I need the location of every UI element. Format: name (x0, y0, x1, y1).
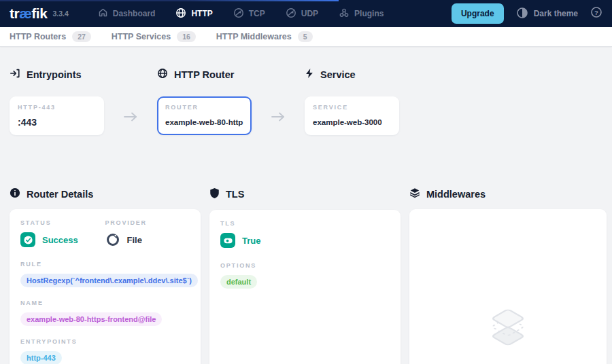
rule-label: RULE (20, 261, 190, 268)
entrypoints-header: Entrypoints (10, 68, 104, 81)
logo-text-pre: tr (10, 5, 19, 22)
dark-theme-toggle[interactable]: Dark theme (516, 7, 578, 21)
tab-label: HTTP Routers (10, 32, 66, 41)
tls-field: TLS True (220, 220, 390, 248)
name-value-pill: example-web-80-https-frontend@file (20, 312, 162, 326)
provider-value: File (127, 235, 142, 245)
tls-title: TLS (226, 189, 244, 200)
globe-icon (175, 7, 186, 20)
tls-value: True (242, 236, 260, 246)
router-card: ROUTER example-web-80-https... (157, 96, 252, 135)
info-icon (10, 187, 20, 200)
nav-item-label: UDP (301, 9, 318, 18)
http-router-title: HTTP Router (174, 69, 234, 80)
nav-item-plugins[interactable]: Plugins (328, 0, 394, 27)
svg-text:?: ? (594, 9, 598, 16)
help-button[interactable]: ? (590, 6, 602, 21)
flow-arrow-1 (104, 68, 157, 126)
router-card-value: example-web-80-https... (165, 118, 243, 126)
nav-item-label: HTTP (191, 9, 212, 18)
logo-text-ae: æ (19, 5, 31, 22)
name-field: NAME example-web-80-https-frontend@file (20, 299, 190, 326)
rule-field: RULE HostRegexp(`^frontend\.example\.dde… (20, 261, 190, 287)
udp-protocol-icon (286, 7, 296, 20)
service-title: Service (320, 69, 356, 80)
entrypoint-card-value: :443 (18, 117, 96, 128)
sign-in-icon (10, 68, 20, 81)
name-label: NAME (20, 299, 190, 306)
tab-http-routers[interactable]: HTTP Routers 27 (10, 31, 91, 42)
navbar-right-group: Upgrade Dark theme ? (452, 3, 602, 24)
http-router-header: HTTP Router (157, 68, 252, 81)
middlewares-card: There are no Middlewares configured (409, 209, 607, 364)
router-flow-item: HTTP Router ROUTER example-web-80-https.… (157, 68, 252, 135)
router-details-title: Router Details (27, 189, 93, 200)
shield-icon (209, 187, 220, 201)
status-field: STATUS Success (20, 219, 105, 247)
options-value-pill: default (220, 275, 257, 289)
router-details-header: Router Details (10, 187, 201, 200)
entrypoints-field: ENTRYPOINTS http-443 (20, 338, 190, 364)
page-load-progress-bar (0, 0, 339, 1)
main-navigation: Dashboard HTTP TCP UDP Plugins (88, 0, 394, 27)
tab-http-services[interactable]: HTTP Services 16 (112, 31, 196, 42)
http-section-tabbar: HTTP Routers 27 HTTP Services 16 HTTP Mi… (0, 27, 612, 47)
nav-item-label: Plugins (354, 9, 384, 18)
tls-header: TLS (209, 187, 401, 201)
right-arrow-icon (270, 111, 286, 126)
entrypoint-card: HTTP-443 :443 (10, 96, 104, 135)
lightning-icon (305, 68, 314, 81)
upgrade-button[interactable]: Upgrade (452, 3, 504, 24)
tls-enabled-toggle-icon (220, 233, 235, 248)
router-detail-page: Entrypoints HTTP-443 :443 HTTP Router RO… (0, 47, 612, 364)
service-card-value: example-web-3000 (313, 118, 391, 126)
entrypoints-flow-item: Entrypoints HTTP-443 :443 (10, 68, 104, 135)
router-details-section: Router Details STATUS Success PRO (10, 187, 201, 364)
provider-label: PROVIDER (105, 219, 190, 226)
tls-card: TLS True OPTIONS default (209, 210, 401, 364)
provider-field: PROVIDER File (105, 219, 190, 247)
middlewares-header: Middlewares (409, 187, 607, 200)
right-arrow-icon (122, 111, 139, 126)
tcp-protocol-icon (233, 7, 244, 20)
version-label: 3.3.4 (52, 10, 68, 18)
traefik-logo[interactable]: træfik (10, 5, 47, 22)
service-card-label: SERVICE (313, 104, 391, 111)
tab-label: HTTP Middlewares (216, 32, 292, 41)
entrypoints-label: ENTRYPOINTS (20, 338, 190, 345)
tls-section: TLS TLS True OPTIONS default (209, 187, 401, 364)
nav-item-http[interactable]: HTTP (165, 0, 222, 27)
plugins-icon (339, 7, 350, 20)
tab-label: HTTP Services (112, 32, 171, 41)
tab-count-badge: 5 (298, 31, 313, 42)
nav-item-label: TCP (249, 9, 265, 18)
home-icon (98, 7, 108, 20)
nav-item-dashboard[interactable]: Dashboard (88, 0, 166, 27)
tls-options-field: OPTIONS default (220, 262, 390, 289)
tab-http-middlewares[interactable]: HTTP Middlewares 5 (216, 31, 313, 42)
layers-icon (409, 187, 420, 200)
tab-count-badge: 27 (72, 31, 91, 42)
file-provider-icon (105, 232, 120, 247)
tab-count-badge: 16 (177, 31, 196, 42)
service-card: SERVICE example-web-3000 (305, 96, 399, 135)
globe-icon (157, 68, 168, 81)
options-label: OPTIONS (220, 262, 390, 269)
entrypoint-card-label: HTTP-443 (18, 104, 96, 111)
nav-item-tcp[interactable]: TCP (223, 0, 275, 27)
middlewares-section: Middlewares There are no Middlewares con… (409, 187, 607, 364)
nav-item-label: Dashboard (113, 9, 156, 18)
contrast-icon (516, 7, 528, 21)
middlewares-title: Middlewares (426, 189, 486, 200)
router-details-card: STATUS Success PROVIDER (10, 209, 201, 364)
nav-item-udp[interactable]: UDP (275, 0, 328, 27)
logo-text-post: fik (31, 5, 47, 22)
success-check-icon (20, 232, 35, 247)
service-flow-item: Service SERVICE example-web-3000 (305, 68, 399, 135)
rule-value-pill: HostRegexp(`^frontend\.example\.ddev\.si… (20, 274, 198, 287)
flow-arrow-2 (252, 68, 305, 126)
status-value: Success (42, 235, 78, 245)
status-label: STATUS (20, 219, 105, 226)
details-row: Router Details STATUS Success PRO (10, 187, 602, 364)
router-card-label: ROUTER (165, 104, 243, 111)
